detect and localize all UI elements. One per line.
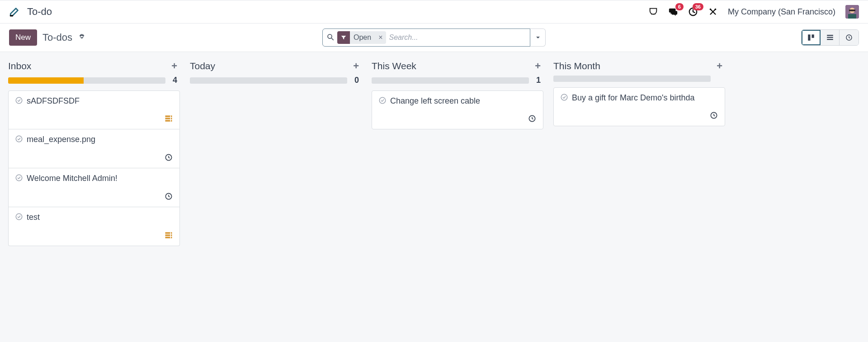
column-add-button[interactable]: + xyxy=(353,60,359,72)
stack-icon[interactable] xyxy=(164,231,173,241)
view-kanban-button[interactable] xyxy=(802,30,821,45)
card-title: Welcome Mitchell Admin! xyxy=(27,174,118,183)
svg-line-11 xyxy=(331,38,334,40)
column-progress[interactable] xyxy=(372,77,529,84)
column-add-button[interactable]: + xyxy=(535,60,541,72)
column-title[interactable]: This Week xyxy=(372,61,416,71)
view-activity-button[interactable] xyxy=(840,30,859,45)
check-circle-icon[interactable] xyxy=(378,96,387,106)
kanban-column: Today+0 xyxy=(190,60,362,342)
kanban-card[interactable]: test xyxy=(8,207,180,246)
card-footer xyxy=(15,149,173,163)
card-footer xyxy=(378,110,537,124)
svg-rect-29 xyxy=(165,234,172,236)
column-title[interactable]: Today xyxy=(190,61,215,71)
svg-rect-30 xyxy=(165,237,172,238)
kanban-card[interactable]: Buy a gift for Marc Demo's birthda xyxy=(553,87,725,126)
card-title: meal_expense.png xyxy=(27,135,95,144)
kanban-card[interactable]: Welcome Mitchell Admin! xyxy=(8,168,180,207)
column-progress-row: 4 xyxy=(8,76,180,85)
check-circle-icon[interactable] xyxy=(15,213,23,222)
header-right: 6 36 My Company (San Francisco) xyxy=(648,5,859,19)
filter-chip-remove[interactable]: × xyxy=(375,33,386,42)
column-add-button[interactable]: + xyxy=(717,60,722,72)
clock-icon[interactable] xyxy=(528,114,537,124)
column-header: Inbox+ xyxy=(8,60,180,72)
card-title: sADFSDFSDF xyxy=(27,96,80,106)
svg-point-4 xyxy=(710,9,712,10)
svg-point-0 xyxy=(651,14,652,15)
column-progress[interactable] xyxy=(190,77,347,84)
svg-rect-22 xyxy=(170,115,171,121)
column-header: Today+ xyxy=(190,60,362,72)
card-footer xyxy=(15,227,173,241)
card-title: Buy a gift for Marc Demo's birthda xyxy=(572,93,695,103)
kanban-column: Inbox+4sADFSDFSDFmeal_expense.pngWelcome… xyxy=(8,60,180,342)
company-name[interactable]: My Company (San Francisco) xyxy=(728,7,835,17)
phone-icon[interactable] xyxy=(648,7,658,17)
kanban-column: This Month+Buy a gift for Marc Demo's bi… xyxy=(553,60,725,342)
svg-rect-8 xyxy=(849,10,855,11)
search-dropdown[interactable] xyxy=(530,28,546,47)
svg-rect-21 xyxy=(165,120,172,121)
svg-point-1 xyxy=(653,14,654,15)
column-progress-row: 0 xyxy=(190,76,362,85)
check-circle-icon[interactable] xyxy=(560,93,568,103)
svg-rect-31 xyxy=(170,232,171,238)
column-add-button[interactable]: + xyxy=(171,60,177,72)
svg-rect-19 xyxy=(165,115,172,117)
svg-rect-12 xyxy=(808,34,810,41)
card-footer xyxy=(15,188,173,202)
card-title: test xyxy=(27,213,40,222)
control-bar: New To-dos Open × xyxy=(0,24,868,52)
new-button[interactable]: New xyxy=(9,29,37,46)
check-circle-icon[interactable] xyxy=(15,96,23,106)
filter-chip: Open × xyxy=(337,31,386,44)
column-progress[interactable] xyxy=(8,77,165,84)
column-header: This Month+ xyxy=(553,60,725,72)
column-progress[interactable] xyxy=(553,76,711,82)
gear-icon[interactable] xyxy=(78,33,86,43)
column-count: 1 xyxy=(534,76,541,85)
activities-badge: 36 xyxy=(693,3,703,10)
kanban-column: This Week+1Change left screen cable xyxy=(372,60,543,342)
app-title: To-do xyxy=(27,6,52,18)
svg-point-34 xyxy=(561,94,567,100)
column-count: 4 xyxy=(171,76,177,85)
top-header: To-do 6 36 My Company (San Francisco) xyxy=(0,0,868,24)
svg-rect-28 xyxy=(165,232,172,233)
kanban-card[interactable]: sADFSDFSDF xyxy=(8,90,180,129)
app-icon[interactable] xyxy=(9,5,21,19)
column-title[interactable]: This Month xyxy=(553,61,600,71)
card-footer xyxy=(15,110,173,124)
svg-point-23 xyxy=(16,136,22,142)
check-circle-icon[interactable] xyxy=(15,174,23,183)
controlbar-right xyxy=(801,29,859,46)
column-count: 0 xyxy=(353,76,359,85)
column-progress-row xyxy=(553,76,725,82)
column-title[interactable]: Inbox xyxy=(8,61,31,71)
svg-point-2 xyxy=(655,14,656,15)
tools-icon[interactable] xyxy=(708,7,718,17)
filter-icon xyxy=(337,31,350,44)
svg-rect-14 xyxy=(827,35,833,36)
svg-point-32 xyxy=(379,97,386,104)
view-list-button[interactable] xyxy=(821,30,840,45)
search-box[interactable]: Open × xyxy=(322,28,530,47)
kanban-card[interactable]: meal_expense.png xyxy=(8,129,180,168)
check-circle-icon[interactable] xyxy=(15,135,23,144)
svg-point-10 xyxy=(328,34,332,38)
messages-icon[interactable]: 6 xyxy=(668,7,678,17)
stack-icon[interactable] xyxy=(164,114,173,124)
column-progress-row: 1 xyxy=(372,76,543,85)
column-cards: Change left screen cable xyxy=(372,90,543,129)
search-input[interactable] xyxy=(389,33,526,42)
breadcrumb: To-dos xyxy=(42,32,72,43)
clock-icon[interactable] xyxy=(164,153,173,163)
kanban-card[interactable]: Change left screen cable xyxy=(372,90,543,129)
clock-icon[interactable] xyxy=(709,111,718,121)
clock-icon[interactable] xyxy=(164,192,173,202)
filter-chip-label: Open xyxy=(350,33,375,42)
avatar[interactable] xyxy=(845,5,859,19)
activities-icon[interactable]: 36 xyxy=(688,7,698,17)
